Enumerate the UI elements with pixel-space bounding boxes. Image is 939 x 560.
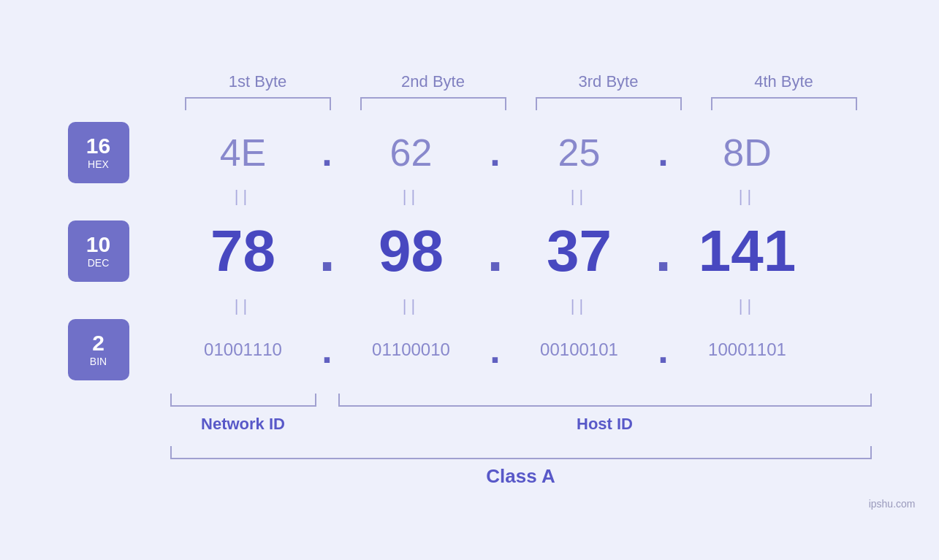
bin-val-3-text: 00100101	[540, 340, 618, 359]
labels-row: Network ID Host ID	[170, 411, 872, 437]
bin-val-4-text: 10001101	[708, 340, 786, 359]
bracket-top-1	[185, 97, 331, 110]
hex-base-label: HEX	[88, 158, 109, 170]
bin-value-2: 01100010	[338, 340, 484, 360]
byte1-header: 1st Byte	[185, 72, 331, 91]
hex-value-1: 4E	[170, 131, 316, 174]
dec-value-3: 37	[506, 218, 653, 285]
hex-val-1-text: 4E	[220, 131, 267, 174]
byte-headers-row: 1st Byte 2nd Byte 3rd Byte 4th Byte	[170, 72, 872, 91]
class-bracket	[170, 446, 872, 459]
eq1-2: ||	[338, 187, 484, 206]
eq2-3: ||	[506, 296, 653, 315]
hex-values-area: 4E . 62 . 25 . 8D	[170, 131, 872, 174]
eq1-4: ||	[674, 187, 821, 206]
bin-dot-3: .	[653, 328, 674, 372]
dec-value-1: 78	[170, 218, 316, 285]
bracket-top-3	[536, 97, 682, 110]
dec-dot-1: .	[316, 218, 338, 285]
bin-dot-2: .	[484, 328, 506, 372]
hex-base-number: 16	[86, 135, 110, 157]
bracket-network	[170, 394, 316, 407]
bracket-host	[338, 394, 872, 407]
eq2-2: ||	[338, 296, 484, 315]
bin-value-1: 01001110	[170, 340, 316, 360]
bin-val-2-text: 01100010	[372, 340, 450, 359]
dec-values-area: 78 . 98 . 37 . 141	[170, 218, 872, 285]
dec-value-4: 141	[674, 218, 821, 285]
dec-value-2: 98	[338, 218, 484, 285]
hex-dot-3: .	[653, 131, 674, 174]
hex-dot-2: .	[484, 131, 506, 174]
network-id-label: Network ID	[170, 415, 316, 434]
dec-row: 10 DEC 78 . 98 . 37 . 141	[68, 211, 872, 291]
eq2-4: ||	[674, 296, 821, 315]
bin-dot-1: .	[316, 328, 338, 372]
dec-val-3-text: 37	[547, 218, 612, 283]
dec-val-2-text: 98	[379, 218, 444, 283]
eq1-3: ||	[506, 187, 653, 206]
bin-values-area: 01001110 . 01100010 . 00100101 . 1000110…	[170, 328, 872, 372]
hex-val-4-text: 8D	[723, 131, 771, 174]
top-brackets	[170, 97, 872, 110]
dec-val-4-text: 141	[699, 218, 796, 283]
hex-dot-1: .	[316, 131, 338, 174]
bin-row: 2 BIN 01001110 . 01100010 . 00100101 . 1…	[68, 321, 872, 379]
dec-val-1-text: 78	[210, 218, 275, 283]
dec-badge: 10 DEC	[68, 220, 129, 282]
bin-value-3: 00100101	[506, 340, 653, 360]
dec-dot-3: .	[653, 218, 674, 285]
equals-row-2: || || || ||	[170, 291, 872, 321]
class-row-wrapper: Class A	[170, 446, 872, 488]
bin-base-number: 2	[92, 332, 104, 354]
eq2-1: ||	[170, 296, 316, 315]
main-container: 1st Byte 2nd Byte 3rd Byte 4th Byte 16 H…	[68, 72, 872, 488]
hex-value-3: 25	[506, 131, 653, 174]
equals-row-1: || || || ||	[170, 182, 872, 211]
bottom-brackets-row	[170, 385, 872, 407]
byte2-header: 2nd Byte	[360, 72, 506, 91]
hex-row: 16 HEX 4E . 62 . 25 . 8D	[68, 123, 872, 182]
byte4-header: 4th Byte	[711, 72, 857, 91]
bracket-top-4	[711, 97, 857, 110]
dec-base-label: DEC	[88, 257, 110, 269]
bin-badge: 2 BIN	[68, 319, 129, 380]
host-id-label: Host ID	[338, 415, 872, 434]
hex-val-2-text: 62	[390, 131, 433, 174]
hex-val-3-text: 25	[558, 131, 601, 174]
watermark: ipshu.com	[869, 498, 916, 510]
bin-val-1-text: 01001110	[204, 340, 282, 359]
class-label: Class A	[170, 465, 872, 488]
hex-value-2: 62	[338, 131, 484, 174]
byte3-header: 3rd Byte	[536, 72, 682, 91]
bin-value-4: 10001101	[674, 340, 821, 360]
hex-value-4: 8D	[674, 131, 821, 174]
hex-badge: 16 HEX	[68, 122, 129, 183]
bracket-top-2	[360, 97, 506, 110]
eq1-1: ||	[170, 187, 316, 206]
dec-base-number: 10	[86, 234, 110, 256]
bin-base-label: BIN	[90, 356, 107, 367]
dec-dot-2: .	[484, 218, 506, 285]
